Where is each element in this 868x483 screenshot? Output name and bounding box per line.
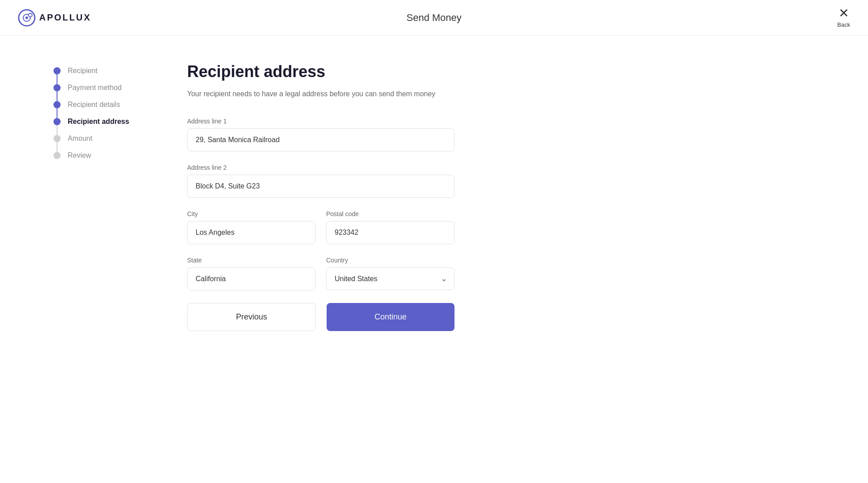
step-recipient-details: Recipient details: [53, 96, 125, 113]
step-dot-details: [53, 101, 61, 108]
step-dot-recipient: [53, 67, 61, 74]
previous-button[interactable]: Previous: [187, 303, 316, 331]
step-connector-1: [57, 74, 57, 85]
continue-button[interactable]: Continue: [327, 303, 454, 331]
logo-text: APOLLUX: [39, 12, 91, 23]
postal-code-group: Postal code: [326, 210, 454, 244]
country-select-wrapper: United States United Kingdom Canada Aust…: [326, 267, 454, 290]
page-subtitle: Your recipient needs to have a legal add…: [187, 88, 454, 100]
state-group: State: [187, 257, 315, 291]
logo-icon: [18, 9, 36, 27]
state-input[interactable]: [187, 267, 315, 291]
content-area: Recipient address Your recipient needs t…: [151, 36, 868, 483]
step-dot-payment: [53, 84, 61, 91]
address-line2-group: Address line 2: [187, 164, 454, 198]
step-label-review: Review: [68, 151, 91, 160]
step-label-address: Recipient address: [68, 118, 129, 126]
step-amount: Amount: [53, 130, 125, 147]
close-icon: ✕: [839, 7, 849, 20]
city-postal-row: City Postal code: [187, 210, 454, 244]
step-label-amount: Amount: [68, 135, 92, 143]
back-button[interactable]: ✕ Back: [837, 7, 850, 28]
postal-code-label: Postal code: [326, 210, 454, 217]
country-group: Country United States United Kingdom Can…: [326, 257, 454, 291]
step-review: Review: [53, 147, 125, 164]
logo: APOLLUX: [18, 9, 91, 27]
step-recipient-address: Recipient address: [53, 113, 125, 130]
svg-point-2: [25, 16, 28, 19]
step-connector-4: [57, 125, 57, 135]
city-input[interactable]: [187, 221, 315, 244]
form-container: Recipient address Your recipient needs t…: [187, 62, 454, 331]
step-label-details: Recipient details: [68, 101, 120, 109]
postal-code-input[interactable]: [326, 221, 454, 244]
country-label: Country: [326, 257, 454, 264]
step-dot-address: [53, 118, 61, 125]
page-title: Recipient address: [187, 62, 454, 81]
address-line1-label: Address line 1: [187, 118, 454, 125]
step-connector-2: [57, 91, 57, 102]
address-line1-input[interactable]: [187, 128, 454, 151]
step-dot-review: [53, 152, 61, 159]
country-select[interactable]: United States United Kingdom Canada Aust…: [326, 267, 454, 290]
main-layout: Recipient Payment method Recipient detai…: [0, 36, 868, 483]
buttons-row: Previous Continue: [187, 303, 454, 331]
steps-container: Recipient Payment method Recipient detai…: [53, 62, 125, 164]
address-line2-label: Address line 2: [187, 164, 454, 171]
step-connector-3: [57, 108, 57, 119]
svg-point-3: [29, 13, 32, 17]
sidebar: Recipient Payment method Recipient detai…: [0, 36, 151, 483]
step-payment-method: Payment method: [53, 79, 125, 96]
back-label: Back: [837, 21, 850, 28]
header: APOLLUX Send Money ✕ Back: [0, 0, 868, 36]
city-label: City: [187, 210, 315, 217]
address-line1-group: Address line 1: [187, 118, 454, 151]
step-recipient: Recipient: [53, 62, 125, 79]
step-connector-5: [57, 142, 57, 152]
address-line2-input[interactable]: [187, 175, 454, 198]
state-country-row: State Country United States United Kingd…: [187, 257, 454, 291]
step-label-recipient: Recipient: [68, 67, 98, 75]
state-label: State: [187, 257, 315, 264]
header-title: Send Money: [406, 12, 462, 24]
step-label-payment: Payment method: [68, 84, 122, 92]
city-group: City: [187, 210, 315, 244]
step-dot-amount: [53, 135, 61, 142]
